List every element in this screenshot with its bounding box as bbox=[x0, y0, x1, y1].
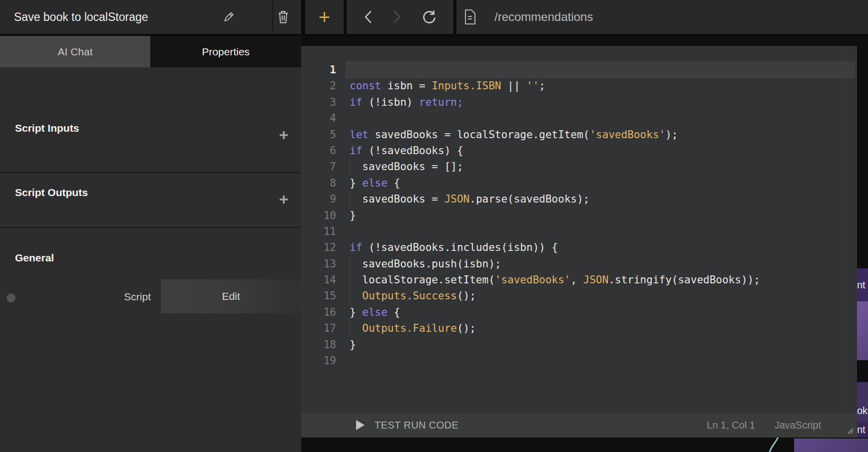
page-icon bbox=[463, 9, 476, 25]
code-token: Outputs.Failure bbox=[362, 322, 457, 334]
code-line: } else { bbox=[346, 304, 855, 320]
line-number: 5 bbox=[301, 127, 336, 143]
code-token: (); bbox=[457, 322, 476, 334]
line-number: 19 bbox=[301, 353, 336, 369]
code-line: localStorage.setItem('savedBooks', JSON.… bbox=[346, 272, 855, 288]
code-line: savedBooks.push(isbn); bbox=[346, 256, 855, 272]
add-script-input-button[interactable]: + bbox=[276, 127, 291, 142]
code-token: return; bbox=[419, 96, 463, 108]
code-token: (!savedBooks.includes(isbn)) { bbox=[362, 241, 558, 253]
code-token: if bbox=[350, 241, 362, 253]
code-token: } bbox=[350, 177, 362, 189]
code-line: if (!isbn) return; bbox=[346, 94, 855, 110]
delete-node-button[interactable] bbox=[276, 0, 291, 34]
code-line: } bbox=[346, 208, 855, 224]
code-token: '' bbox=[526, 80, 539, 92]
code-token: 'savedBooks' bbox=[589, 129, 665, 141]
indent-guide bbox=[350, 272, 350, 288]
node-fragment-label: nt bbox=[857, 424, 866, 436]
indent-guide bbox=[350, 191, 350, 207]
code-line: } else { bbox=[346, 175, 855, 191]
section-script-inputs: Script Inputs bbox=[15, 122, 79, 134]
code-token: { bbox=[388, 306, 400, 318]
line-number: 3 bbox=[301, 94, 336, 110]
code-token: Outputs.Success bbox=[362, 290, 457, 302]
code-lines[interactable]: const isbn = Inputs.ISBN || '';if (!isbn… bbox=[346, 62, 855, 369]
back-button[interactable] bbox=[364, 10, 373, 24]
route-path: /recommendations bbox=[494, 10, 593, 24]
language-label: JavaScript bbox=[775, 413, 821, 438]
resize-handle[interactable] bbox=[844, 425, 854, 435]
edit-script-button-label: Edit bbox=[222, 290, 240, 302]
code-token: if bbox=[350, 96, 362, 108]
code-line: Outputs.Success(); bbox=[346, 288, 855, 304]
code-line: savedBooks = []; bbox=[346, 159, 855, 175]
code-token: savedBooks = localStorage.getItem( bbox=[369, 129, 590, 141]
indent-guide bbox=[350, 256, 350, 272]
code-token: const bbox=[350, 80, 381, 92]
node-properties-panel: AI Chat Properties Script Inputs + Scrip… bbox=[0, 36, 301, 452]
test-run-code-button[interactable]: TEST RUN CODE bbox=[375, 413, 458, 438]
popup-pointer bbox=[291, 287, 301, 306]
add-script-output-button[interactable]: + bbox=[276, 192, 291, 207]
editor-status-bar: TEST RUN CODE Ln 1, Col 1 JavaScript bbox=[301, 413, 857, 438]
line-number: 9 bbox=[301, 191, 336, 207]
code-token: (!isbn) bbox=[362, 96, 419, 108]
line-numbers: 12345678910111213141516171819 bbox=[301, 62, 336, 369]
tab-label: Properties bbox=[202, 46, 250, 58]
code-token: .parse(savedBooks); bbox=[469, 193, 589, 205]
code-token: { bbox=[388, 177, 400, 189]
line-number: 8 bbox=[301, 175, 336, 191]
code-token: ; bbox=[539, 80, 545, 92]
node-fragment-label: nt bbox=[857, 279, 866, 291]
refresh-button[interactable] bbox=[422, 9, 436, 25]
code-token: savedBooks = bbox=[350, 193, 444, 205]
tab-ai-chat[interactable]: AI Chat bbox=[0, 36, 150, 67]
line-number: 11 bbox=[301, 224, 336, 239]
code-line: if (!savedBooks.includes(isbn)) { bbox=[346, 239, 855, 255]
tab-properties[interactable]: Properties bbox=[150, 36, 301, 67]
line-number: 17 bbox=[301, 320, 336, 336]
code-token: if bbox=[350, 145, 362, 157]
code-token: JSON bbox=[444, 193, 470, 205]
line-number: 18 bbox=[301, 337, 336, 353]
pencil-icon bbox=[223, 11, 235, 23]
node-fragment[interactable] bbox=[794, 439, 868, 452]
edit-script-button[interactable]: Edit bbox=[161, 279, 301, 313]
line-number: 7 bbox=[301, 159, 336, 175]
code-line: savedBooks = JSON.parse(savedBooks); bbox=[346, 191, 855, 207]
code-token: .stringify(savedBooks)); bbox=[608, 274, 760, 286]
tab-label: AI Chat bbox=[57, 46, 92, 58]
code-token: JSON bbox=[583, 274, 609, 286]
script-property-label: Script bbox=[75, 291, 151, 303]
code-token: (!savedBooks) { bbox=[362, 145, 463, 157]
code-token: savedBooks = []; bbox=[350, 161, 463, 173]
node-title: Save book to localStorage bbox=[14, 0, 148, 34]
trash-icon bbox=[277, 10, 289, 24]
nav-controls bbox=[347, 0, 453, 34]
route-selector[interactable]: /recommendations bbox=[456, 0, 868, 34]
indent-guide bbox=[350, 320, 350, 336]
section-general: General bbox=[15, 252, 54, 264]
line-number: 4 bbox=[301, 110, 336, 126]
code-token: else bbox=[362, 177, 388, 189]
node-fragment-label: ok bbox=[857, 405, 868, 417]
forward-button[interactable] bbox=[393, 10, 402, 24]
add-node-button[interactable]: + bbox=[305, 0, 344, 34]
section-script-outputs: Script Outputs bbox=[15, 187, 88, 199]
code-line: if (!savedBooks) { bbox=[346, 143, 855, 159]
line-number: 14 bbox=[301, 272, 336, 288]
code-token: ); bbox=[665, 129, 678, 141]
code-token: } bbox=[350, 339, 356, 351]
line-number: 16 bbox=[301, 304, 336, 320]
code-token: , bbox=[571, 274, 583, 286]
code-token: 'savedBooks' bbox=[495, 274, 571, 286]
line-number: 1 bbox=[301, 62, 336, 78]
app-window: nt ok nt Save book to localStorage + bbox=[0, 0, 868, 452]
code-line bbox=[346, 224, 855, 239]
line-number: 13 bbox=[301, 256, 336, 272]
code-token: savedBooks.push(isbn); bbox=[350, 258, 501, 270]
rename-button[interactable] bbox=[221, 0, 236, 34]
code-editor-popup: 12345678910111213141516171819 const isbn… bbox=[301, 46, 857, 438]
code-token: Inputs.ISBN bbox=[432, 80, 501, 92]
